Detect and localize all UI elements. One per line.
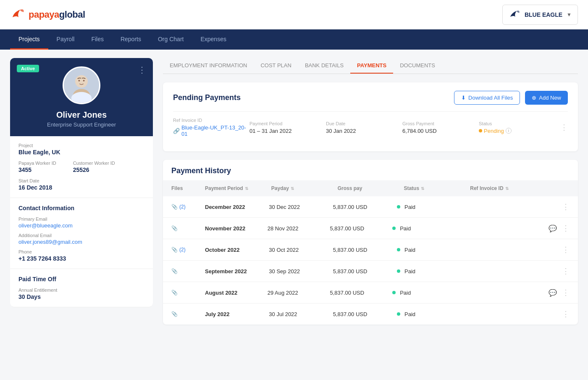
logo-bird-icon: [10, 5, 25, 24]
td-files-1[interactable]: 📎: [171, 225, 205, 231]
td-status-text-0: Paid: [404, 204, 415, 210]
profile-card: Active ⋮ Oliver Jones Enterpr: [10, 58, 153, 136]
table-row: 📎 November 2022 28 Nov 2022 5,837.00 USD…: [163, 218, 578, 239]
row-more-4[interactable]: ⋮: [557, 288, 570, 297]
papaya-worker-id-label: Papaya Worker ID: [18, 161, 56, 166]
status-info-icon[interactable]: i: [506, 128, 512, 134]
table-row: 📎 August 2022 29 Aug 2022 5,837.00 USD P…: [163, 282, 578, 303]
paid-dot-3: [397, 269, 400, 273]
payment-history-header: Files Payment Period ⇅ Payday ⇅ Gross pa…: [163, 180, 578, 196]
paid-dot-0: [397, 205, 400, 208]
add-new-button[interactable]: ⊕ Add New: [525, 91, 568, 105]
annual-entitlement-label: Annual Entitlement: [18, 288, 144, 293]
company-switcher[interactable]: BLUE EAGLE ▼: [502, 5, 578, 25]
td-files-0[interactable]: 📎 (2): [171, 204, 205, 210]
pending-row-more-button[interactable]: ⋮: [555, 123, 568, 132]
td-files-3[interactable]: 📎: [171, 268, 205, 274]
td-payday-3: 30 Sep 2022: [269, 268, 333, 274]
nav-reports[interactable]: Reports: [112, 29, 150, 50]
paid-dot-2: [397, 248, 400, 251]
project-value: Blue Eagle, UK: [18, 149, 144, 156]
comment-icon-1[interactable]: 💬: [549, 224, 557, 232]
pending-gross-value: 6,784.00 USD: [402, 128, 479, 134]
download-all-files-button[interactable]: ⬇ Download All Files: [454, 91, 520, 105]
nav-org-chart[interactable]: Org Chart: [150, 29, 192, 50]
additional-email-value[interactable]: oliver.jones89@gmail.com: [18, 239, 144, 245]
row-more-3[interactable]: ⋮: [557, 267, 570, 276]
th-ref-invoice[interactable]: Ref Invoice ID ⇅: [470, 185, 570, 191]
th-status[interactable]: Status ⇅: [404, 185, 470, 191]
pending-due-date-label: Due Date: [326, 121, 402, 126]
td-period-4: August 2022: [205, 290, 268, 296]
primary-email-value[interactable]: oliver@blueeagle.com: [18, 222, 144, 229]
logo-text: papayaglobal: [29, 9, 85, 20]
tab-payments[interactable]: PAYMENTS: [350, 58, 393, 74]
th-payday[interactable]: Payday ⇅: [271, 185, 338, 191]
nav-expenses[interactable]: Expenses: [192, 29, 234, 50]
th-payday-label: Payday: [271, 185, 289, 191]
tab-documents[interactable]: DOCUMENTS: [393, 58, 442, 74]
papaya-worker-id-value: 3455: [18, 166, 56, 173]
left-panel: Active ⋮ Oliver Jones Enterpr: [10, 58, 153, 372]
plus-circle-icon: ⊕: [532, 95, 536, 101]
additional-email-label: Additional Email: [18, 233, 144, 238]
tab-cost-plan[interactable]: COST PLAN: [254, 58, 298, 74]
profile-more-button[interactable]: ⋮: [138, 65, 146, 75]
download-icon: ⬇: [461, 95, 466, 101]
payment-history-title: Payment History: [163, 160, 578, 175]
sort-icon-status: ⇅: [421, 186, 424, 191]
row-more-1[interactable]: ⋮: [557, 224, 570, 233]
pending-due-date-value: 30 Jan 2022: [326, 128, 402, 134]
comment-icon-4[interactable]: 💬: [549, 289, 557, 297]
pending-status-text: Pending: [484, 128, 504, 134]
customer-worker-id-label: Customer Worker ID: [73, 161, 115, 166]
tab-bar: EMPLOYMENT INFORMATION COST PLAN BANK DE…: [163, 58, 578, 74]
th-files: Files: [171, 185, 205, 191]
nav-payroll[interactable]: Payroll: [48, 29, 83, 50]
primary-email-label: Primary Email: [18, 216, 144, 222]
active-badge: Active: [17, 65, 39, 72]
td-files-count-2: (2): [179, 247, 186, 253]
th-payment-period[interactable]: Payment Period ⇅: [205, 185, 271, 191]
paid-dot-1: [392, 227, 396, 230]
papaya-worker-id-col: Papaya Worker ID 3455: [18, 161, 56, 173]
td-files-2[interactable]: 📎 (2): [171, 247, 205, 253]
td-status-text-2: Paid: [404, 247, 415, 253]
pending-period-label: Payment Period: [249, 121, 326, 126]
td-status-1: Paid: [392, 225, 455, 232]
td-files-count-0: (2): [179, 204, 186, 210]
th-gross-pay: Gross pay: [338, 185, 404, 191]
tab-employment-info[interactable]: EMPLOYMENT INFORMATION: [163, 58, 254, 74]
td-period-5: July 2022: [205, 311, 269, 317]
phone-label: Phone: [18, 249, 144, 254]
clip-icon-2: 📎: [171, 247, 178, 253]
th-payment-period-label: Payment Period: [205, 185, 243, 191]
tab-bank-details[interactable]: BANK DETAILS: [298, 58, 350, 74]
td-period-0: December 2022: [205, 204, 269, 210]
td-gross-3: 5,837.00 USD: [333, 268, 397, 274]
pending-payments-actions: ⬇ Download All Files ⊕ Add New: [454, 91, 568, 105]
svg-point-5: [83, 80, 85, 82]
td-payday-0: 30 Dec 2022: [269, 204, 333, 210]
pending-ref-link[interactable]: 🔗 Blue-Eagle-UK_PT-13_20-01: [173, 124, 249, 137]
pending-payments-card: Pending Payments ⬇ Download All Files ⊕ …: [163, 82, 578, 151]
paid-dot-5: [397, 312, 400, 316]
td-period-1: November 2022: [205, 225, 268, 232]
main-content: Active ⋮ Oliver Jones Enterpr: [0, 50, 588, 380]
clip-icon-3: 📎: [171, 268, 178, 274]
chevron-down-icon: ▼: [567, 12, 572, 18]
td-files-4[interactable]: 📎: [171, 290, 205, 296]
clip-icon-5: 📎: [171, 311, 178, 317]
right-panel: EMPLOYMENT INFORMATION COST PLAN BANK DE…: [163, 58, 578, 372]
nav-files[interactable]: Files: [83, 29, 112, 50]
row-more-2[interactable]: ⋮: [557, 245, 570, 254]
row-more-5[interactable]: ⋮: [557, 309, 570, 319]
contact-section-title: Contact Information: [18, 205, 144, 211]
row-more-0[interactable]: ⋮: [557, 202, 570, 211]
nav-projects[interactable]: Projects: [10, 29, 48, 50]
clip-icon-0: 📎: [171, 204, 178, 210]
td-files-5[interactable]: 📎: [171, 311, 205, 317]
td-status-3: Paid: [397, 268, 461, 274]
profile-project-info: Project Blue Eagle, UK Papaya Worker ID …: [10, 136, 153, 198]
pending-due-date-col: Due Date 30 Jan 2022: [326, 121, 402, 134]
